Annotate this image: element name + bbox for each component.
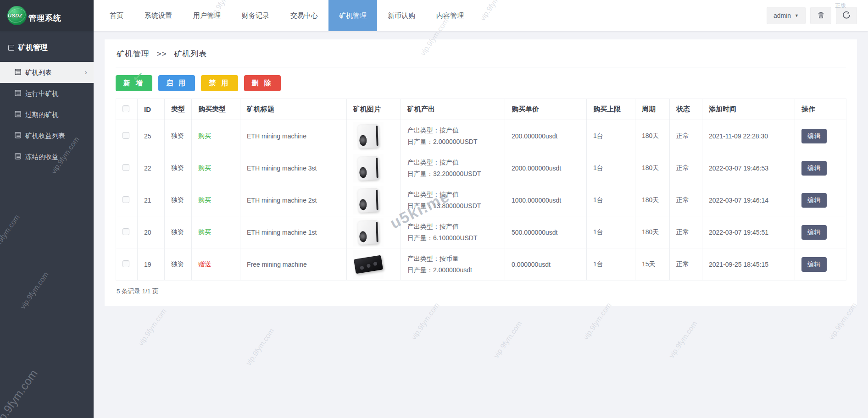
nav-tab[interactable]: 用户管理 <box>183 0 231 31</box>
output-daily: 日产量：2.000000USDT <box>407 136 500 148</box>
cell-type: 独资 <box>165 152 192 184</box>
list-icon <box>15 69 21 77</box>
cell-period: 180天 <box>635 152 670 184</box>
machine-image <box>357 188 379 213</box>
cell-period: 180天 <box>635 216 670 248</box>
cell-type: 独资 <box>165 184 192 216</box>
refresh-icon <box>842 11 851 21</box>
sidebar-item[interactable]: 冻结的收益 › <box>0 146 94 167</box>
row-checkbox[interactable] <box>122 260 129 267</box>
nav-tab[interactable]: 新币认购 <box>377 0 426 31</box>
output-type: 产出类型：按产值 <box>407 189 500 200</box>
machine-image <box>357 220 379 245</box>
edit-button[interactable]: 编辑 <box>801 161 827 176</box>
nav-tab[interactable]: 首页 <box>99 0 134 31</box>
nav-tab-label: 系统设置 <box>145 11 172 20</box>
edit-button[interactable]: 编辑 <box>801 129 827 143</box>
globe-logo-icon: USDZ <box>7 6 27 25</box>
sidebar: 矿机管理 矿机列表 › 运行中矿机 › 过期的矿机 › <box>0 31 94 418</box>
topbar-right: admin ▼ <box>767 0 868 31</box>
nav-tab[interactable]: 交易中心 <box>280 0 328 31</box>
cell-added-time: 2021-09-25 18:45:15 <box>702 248 795 280</box>
app-logo: USDZ 管理系统 <box>0 0 94 31</box>
buy-type: 购买 <box>198 196 211 204</box>
sidebar-group-title: 矿机管理 <box>18 43 48 53</box>
enable-button[interactable]: 启 用 <box>158 75 195 91</box>
edit-button[interactable]: 编辑 <box>801 193 827 208</box>
nav-tab-label: 财务记录 <box>242 11 269 20</box>
row-checkbox[interactable] <box>122 164 129 171</box>
cell-status: 正常 <box>670 216 702 248</box>
cell-limit: 1台 <box>587 216 635 248</box>
list-icon <box>15 90 21 98</box>
list-icon <box>15 153 21 161</box>
cell-added-time: 2022-03-07 19:46:14 <box>702 184 795 216</box>
cell-limit: 1台 <box>587 120 635 152</box>
cell-limit: 1台 <box>587 184 635 216</box>
nav-tab[interactable]: 财务记录 <box>231 0 280 31</box>
col-header: 购买上限 <box>587 99 635 120</box>
buy-type: 购买 <box>198 132 211 139</box>
row-checkbox[interactable] <box>122 132 129 139</box>
cell-status: 正常 <box>670 152 702 184</box>
refresh-button[interactable] <box>836 7 857 24</box>
disable-button[interactable]: 禁 用 <box>201 75 238 91</box>
sidebar-item[interactable]: 矿机列表 › <box>0 62 94 83</box>
cell-title: ETH mining machine 3st <box>240 152 347 184</box>
edit-button[interactable]: 编辑 <box>801 225 827 240</box>
col-header: 状态 <box>670 99 702 120</box>
sidebar-item-label: 过期的矿机 <box>25 110 59 119</box>
breadcrumb-page: 矿机列表 <box>174 50 207 58</box>
cell-status: 正常 <box>670 248 702 280</box>
sidebar-item[interactable]: 矿机收益列表 › <box>0 125 94 146</box>
nav-tab[interactable]: 系统设置 <box>134 0 183 31</box>
machine-image <box>354 255 383 274</box>
output-daily: 日产量：2.000000usdt <box>407 264 500 276</box>
sidebar-item[interactable]: 过期的矿机 › <box>0 104 94 125</box>
buy-type: 购买 <box>198 228 211 236</box>
col-header: ID <box>138 99 165 120</box>
cell-price: 0.000000usdt <box>505 248 587 280</box>
sidebar-item[interactable]: 运行中矿机 › <box>0 83 94 104</box>
app-title: 管理系统 <box>28 13 61 23</box>
cell-price: 200.000000usdt <box>505 120 587 152</box>
col-header: 矿机标题 <box>240 99 347 120</box>
col-header: 周期 <box>635 99 670 120</box>
cell-status: 正常 <box>670 120 702 152</box>
col-header: 类型 <box>165 99 192 120</box>
nav-tab[interactable]: 矿机管理 <box>328 0 377 31</box>
delete-button[interactable]: 删 除 <box>244 75 281 91</box>
add-button[interactable]: 新 增 <box>116 75 152 91</box>
trash-icon <box>817 11 825 21</box>
cell-id: 21 <box>138 184 165 216</box>
sidebar-menu: 矿机列表 › 运行中矿机 › 过期的矿机 › 矿机收益列表 › <box>0 62 94 167</box>
nav-tab-label: 用户管理 <box>193 11 221 20</box>
nav-tab-label: 新币认购 <box>388 11 415 20</box>
cell-period: 180天 <box>635 120 670 152</box>
edit-button[interactable]: 编辑 <box>801 257 827 272</box>
nav-tab-label: 首页 <box>110 11 123 20</box>
col-header: 购买单价 <box>505 99 587 120</box>
row-checkbox[interactable] <box>122 196 129 203</box>
toolbar: 新 增 启 用 禁 用 删 除 <box>116 67 846 99</box>
cell-id: 20 <box>138 216 165 248</box>
cell-id: 25 <box>138 120 165 152</box>
admin-dropdown[interactable]: admin ▼ <box>767 7 806 24</box>
col-header: 购买类型 <box>192 99 240 120</box>
output-type: 产出类型：按产值 <box>407 125 500 136</box>
cell-id: 22 <box>138 152 165 184</box>
sidebar-group-header[interactable]: 矿机管理 <box>0 31 94 62</box>
admin-label: admin <box>773 12 791 19</box>
row-checkbox[interactable] <box>122 228 129 235</box>
cell-price: 2000.000000usdt <box>505 152 587 184</box>
table-row: 20 独资 购买 ETH mining machine 1st 产出类型：按产值… <box>116 216 846 248</box>
sidebar-item-label: 矿机列表 <box>25 68 52 77</box>
nav-tab[interactable]: 内容管理 <box>426 0 474 31</box>
clear-cache-button[interactable] <box>810 7 831 24</box>
main-content: 矿机管理 >> 矿机列表 新 增 启 用 禁 用 删 除 ID 类型 购买类型 <box>94 31 868 418</box>
cell-id: 19 <box>138 248 165 280</box>
machines-table: ID 类型 购买类型 矿机标题 矿机图片 矿机产出 购买单价 购买上限 周期 状… <box>116 99 846 280</box>
select-all-checkbox[interactable] <box>122 105 129 112</box>
list-icon <box>15 111 21 119</box>
chevron-right-icon: › <box>84 68 87 77</box>
